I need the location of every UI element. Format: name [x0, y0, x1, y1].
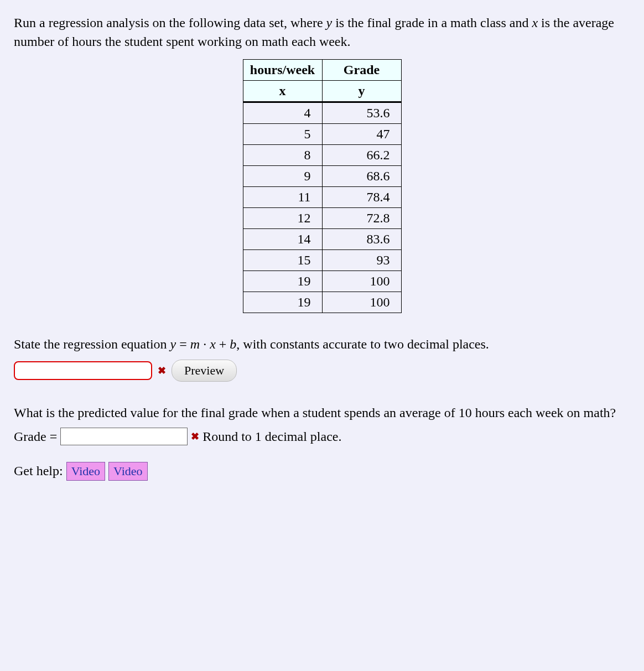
- problem-prompt: Run a regression analysis on the followi…: [14, 14, 630, 51]
- cell-x: 19: [243, 271, 322, 292]
- cell-y: 100: [322, 292, 401, 313]
- cell-x: 12: [243, 208, 322, 229]
- question-1: State the regression equation y = m · x …: [14, 335, 630, 354]
- help-label: Get help:: [14, 464, 66, 478]
- grade-input[interactable]: [60, 428, 188, 445]
- cell-x: 11: [243, 187, 322, 208]
- question-2: What is the predicted value for the fina…: [14, 404, 630, 423]
- data-table: hours/week Grade x y 453.6 547 866.2 968…: [243, 59, 402, 313]
- grade-label: Grade =: [14, 429, 57, 444]
- table-row: 547: [243, 124, 401, 145]
- cell-x: 15: [243, 250, 322, 271]
- header-x: x: [243, 81, 322, 102]
- table-row: 453.6: [243, 102, 401, 124]
- cell-x: 9: [243, 166, 322, 187]
- answer-row-2: Grade = ✖ Round to 1 decimal place.: [14, 428, 630, 445]
- cell-y: 66.2: [322, 145, 401, 166]
- cell-x: 8: [243, 145, 322, 166]
- header-y: y: [322, 81, 401, 102]
- q1-before: State the regression equation: [14, 337, 170, 351]
- round-instruction: Round to 1 decimal place.: [202, 429, 341, 444]
- table-row: 19100: [243, 292, 401, 313]
- preview-button[interactable]: Preview: [172, 360, 237, 382]
- help-row: Get help: Video Video: [14, 462, 630, 481]
- table-row: 1178.4: [243, 187, 401, 208]
- cell-y: 83.6: [322, 229, 401, 250]
- cell-y: 53.6: [322, 102, 401, 124]
- header-grade: Grade: [322, 60, 401, 81]
- wrong-icon: ✖: [158, 365, 166, 377]
- cell-y: 47: [322, 124, 401, 145]
- header-hours: hours/week: [243, 60, 322, 81]
- cell-y: 93: [322, 250, 401, 271]
- var-x: x: [532, 15, 538, 30]
- regression-equation-input[interactable]: [14, 361, 152, 380]
- q1-after: , with constants accurate to two decimal…: [236, 337, 489, 351]
- table-body: 453.6 547 866.2 968.6 1178.4 1272.8 1483…: [243, 102, 401, 313]
- cell-x: 14: [243, 229, 322, 250]
- cell-x: 4: [243, 102, 322, 124]
- cell-x: 19: [243, 292, 322, 313]
- wrong-icon: ✖: [191, 430, 199, 443]
- prompt-part2: is the final grade in a math class and: [332, 15, 532, 30]
- table-row: 866.2: [243, 145, 401, 166]
- cell-y: 78.4: [322, 187, 401, 208]
- table-row: 968.6: [243, 166, 401, 187]
- answer-row-1: ✖ Preview: [14, 360, 630, 382]
- table-row: 19100: [243, 271, 401, 292]
- cell-x: 5: [243, 124, 322, 145]
- cell-y: 100: [322, 271, 401, 292]
- table-row: 1483.6: [243, 229, 401, 250]
- cell-y: 68.6: [322, 166, 401, 187]
- video-link-2[interactable]: Video: [108, 462, 147, 481]
- prompt-part1: Run a regression analysis on the followi…: [14, 15, 326, 30]
- var-y: y: [326, 15, 333, 30]
- table-row: 1593: [243, 250, 401, 271]
- cell-y: 72.8: [322, 208, 401, 229]
- table-row: 1272.8: [243, 208, 401, 229]
- video-link-1[interactable]: Video: [66, 462, 105, 481]
